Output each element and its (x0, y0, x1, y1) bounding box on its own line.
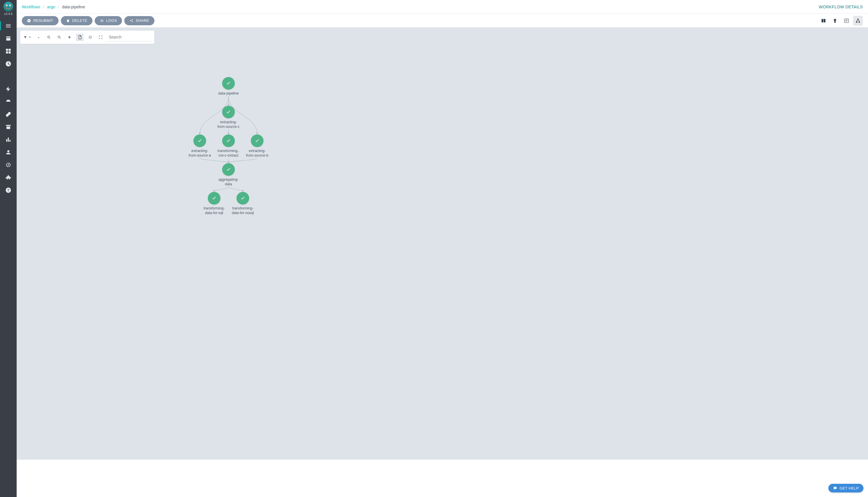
status-success-icon (193, 134, 206, 147)
view-graph[interactable] (853, 16, 863, 26)
plus-circle-icon (27, 19, 31, 23)
breadcrumb: Workflows / argo / data-pipeline (22, 4, 85, 9)
argo-logo (3, 2, 13, 12)
layout-direction[interactable] (35, 33, 42, 41)
list-icon (100, 19, 104, 23)
node-src_c[interactable]: extracting-from-source-c (211, 106, 246, 129)
graph-toolbar (20, 30, 155, 44)
view-timeline[interactable] (842, 16, 851, 26)
graph-search[interactable] (108, 33, 151, 41)
nav-event-sources[interactable] (0, 70, 17, 83)
filter-dropdown[interactable] (23, 36, 32, 39)
nav-api[interactable] (0, 159, 17, 171)
node-label: extracting-from-source-a (189, 149, 211, 158)
zoom-out[interactable] (55, 33, 63, 41)
svg-point-2 (6, 5, 7, 6)
logs-button[interactable]: LOGS (95, 16, 122, 25)
dag: data-pipelineextracting-from-source-cext… (17, 28, 868, 497)
status-success-icon (222, 77, 235, 90)
node-agg[interactable]: aggregating-data (211, 163, 246, 186)
node-label: transforming-data-for-nosql (232, 206, 254, 215)
get-help-button[interactable]: GET HELP (828, 484, 864, 493)
node-label: extracting-from-source-c (217, 120, 239, 129)
fullscreen-icon[interactable] (97, 33, 104, 41)
nav-reports[interactable] (0, 133, 17, 146)
version-label: v3.4.5 (4, 12, 13, 15)
nav-sensors[interactable] (0, 95, 17, 108)
breadcrumb-namespace[interactable]: argo (47, 4, 55, 9)
breadcrumb-root[interactable]: Workflows (22, 4, 40, 9)
nav-cron-workflows[interactable] (0, 57, 17, 70)
node-label: extracting-from-source-b (246, 149, 268, 158)
zoom-in[interactable] (45, 33, 53, 41)
collapse-icon[interactable] (86, 33, 94, 41)
workflow-details-link[interactable]: WORKFLOW DETAILS (819, 4, 863, 9)
delete-button[interactable]: DELETE (61, 16, 92, 25)
actionbar: RESUBMIT DELETE LOGS SHARE (17, 14, 868, 28)
trash-icon (66, 19, 70, 23)
breadcrumb-sep: / (43, 4, 44, 9)
topbar: Workflows / argo / data-pipeline WORKFLO… (17, 0, 868, 14)
nav-user[interactable] (0, 146, 17, 159)
svg-rect-12 (856, 22, 857, 23)
share-button[interactable]: SHARE (124, 16, 154, 25)
breadcrumb-sep: / (58, 4, 59, 9)
node-label: data-pipeline (218, 91, 239, 96)
svg-rect-13 (858, 22, 860, 23)
status-success-icon (222, 106, 235, 118)
sidebar-nav: ? (0, 19, 17, 197)
view-events[interactable] (830, 16, 840, 26)
canvas[interactable]: data-pipelineextracting-from-source-cext… (17, 28, 868, 497)
nav-plugins[interactable] (0, 171, 17, 184)
node-label: aggregating-data (218, 178, 238, 186)
filter-icon (23, 36, 27, 39)
status-success-icon (208, 192, 220, 204)
view-summary[interactable] (819, 16, 828, 26)
node-names-toggle[interactable] (76, 33, 84, 41)
resubmit-button[interactable]: RESUBMIT (22, 16, 59, 25)
node-root[interactable]: data-pipeline (211, 77, 246, 96)
svg-text:?: ? (7, 188, 9, 193)
speed-icon[interactable] (66, 33, 73, 41)
dag-edges (17, 28, 868, 497)
sidebar: v3.4.5 ? (0, 0, 17, 497)
view-toggles (819, 16, 863, 26)
search-input[interactable] (108, 33, 151, 41)
status-success-icon (222, 134, 235, 147)
share-icon (130, 19, 133, 23)
status-success-icon (251, 134, 264, 147)
node-label: transforming..rce-c-extract (218, 149, 239, 158)
chat-icon (833, 486, 837, 491)
svg-rect-11 (857, 19, 859, 20)
nav-event-flow[interactable] (0, 83, 17, 95)
nav-help[interactable]: ? (0, 184, 17, 197)
status-success-icon (222, 163, 235, 176)
nav-cluster-templates[interactable] (0, 45, 17, 57)
nav-workflows[interactable] (0, 19, 17, 32)
nav-workflow-templates[interactable] (0, 32, 17, 45)
status-success-icon (236, 192, 249, 204)
svg-point-3 (10, 5, 10, 6)
chevron-down-icon (28, 36, 32, 39)
node-label: transforming-data-for-sql (204, 206, 225, 215)
breadcrumb-current: data-pipeline (62, 4, 85, 9)
nav-archive[interactable] (0, 120, 17, 133)
node-xform_nosql[interactable]: transforming-data-for-nosql (225, 192, 260, 215)
nav-links[interactable] (0, 108, 17, 120)
node-src_b[interactable]: extracting-from-source-b (240, 134, 275, 158)
main: Workflows / argo / data-pipeline WORKFLO… (17, 0, 868, 497)
